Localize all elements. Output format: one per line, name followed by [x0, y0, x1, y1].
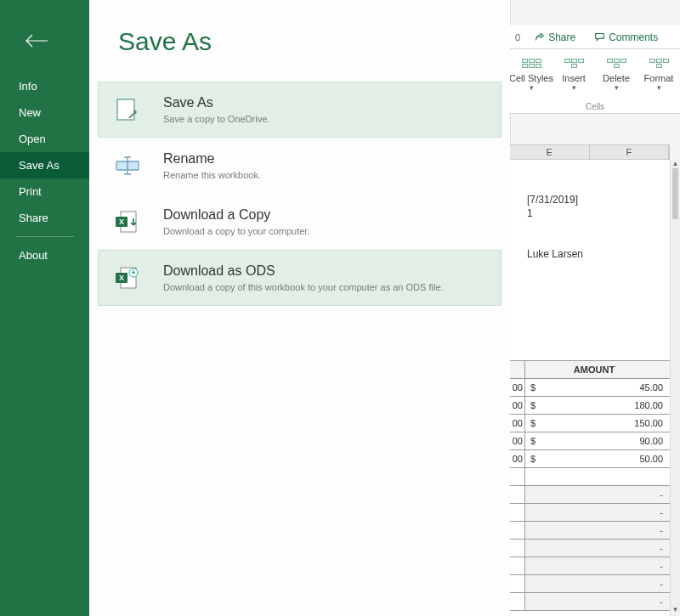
table-row[interactable]: - — [510, 575, 670, 593]
table-row[interactable]: - — [510, 522, 670, 540]
table-row[interactable]: 00$50.00 — [510, 450, 670, 468]
ribbon-group-label: Cells — [510, 102, 680, 111]
option-download[interactable]: XDownload a CopyDownload a copy to your … — [98, 194, 502, 250]
cell-invoice-no[interactable]: 1 — [527, 207, 533, 219]
cell-styles-icon — [519, 54, 543, 71]
scroll-down-icon[interactable]: ▼ — [671, 606, 680, 616]
option-title: Download as ODS — [163, 263, 444, 279]
backstage-main: Save As Save AsSave a copy to OneDrive.R… — [89, 0, 510, 616]
menu-divider — [15, 236, 74, 237]
backstage-menu: InfoNewOpenSave AsPrintShareAbout — [0, 73, 89, 268]
sidebar-item-save-as[interactable]: Save As — [0, 152, 89, 178]
option-save-as[interactable]: Save AsSave a copy to OneDrive. — [98, 82, 502, 138]
table-row[interactable]: 00$180.00 — [510, 397, 670, 415]
column-headers: E F — [510, 144, 670, 160]
svg-text:X: X — [119, 218, 124, 226]
cell-styles-button[interactable]: Cell Styles ▾ — [513, 54, 550, 92]
table-row[interactable]: - — [510, 593, 670, 611]
format-cells-icon — [647, 54, 671, 71]
sidebar-item-new[interactable]: New — [0, 99, 89, 126]
comments-button[interactable]: Comments — [589, 30, 663, 45]
page-title: Save As — [118, 27, 510, 56]
format-button[interactable]: Format ▾ — [640, 54, 677, 92]
excel-download-icon: X — [112, 206, 143, 237]
option-title: Rename — [163, 151, 261, 167]
option-text: Download a CopyDownload a copy to your c… — [163, 207, 309, 236]
column-header-e[interactable]: E — [510, 145, 590, 159]
delete-label: Delete — [603, 73, 630, 83]
comments-label: Comments — [609, 31, 658, 43]
chevron-down-icon: ▾ — [615, 83, 619, 92]
option-rename[interactable]: RenameRename this workbook. — [98, 138, 502, 194]
vertical-scrollbar[interactable]: ▲ ▼ — [670, 160, 680, 616]
chevron-down-icon: ▾ — [572, 83, 576, 92]
chevron-down-icon: ▾ — [657, 83, 661, 92]
table-row[interactable]: 00$150.00 — [510, 415, 670, 432]
option-title: Download a Copy — [163, 207, 309, 223]
insert-label: Insert — [562, 73, 586, 83]
sidebar-item-info[interactable]: Info — [0, 73, 89, 99]
delete-button[interactable]: Delete ▾ — [598, 54, 635, 92]
insert-cells-icon — [562, 54, 586, 71]
ribbon: 0 Share Comments Cell Styles ▾ Insert ▾ … — [510, 25, 680, 114]
table-row[interactable]: - — [510, 557, 670, 575]
option-desc: Save a copy to OneDrive. — [163, 114, 269, 124]
column-header-f[interactable]: F — [590, 145, 670, 159]
share-button[interactable]: Share — [529, 30, 581, 45]
table-row[interactable]: 00$90.00 — [510, 432, 670, 450]
option-text: Download as ODSDownload a copy of this w… — [163, 263, 444, 292]
save-as-icon — [112, 94, 143, 125]
cell-name[interactable]: Luke Larsen — [527, 248, 583, 260]
option-title: Save As — [163, 95, 269, 110]
option-text: RenameRename this workbook. — [163, 151, 261, 180]
insert-button[interactable]: Insert ▾ — [555, 54, 592, 92]
save-as-options: Save AsSave a copy to OneDrive.RenameRen… — [89, 82, 510, 306]
delete-cells-icon — [604, 54, 628, 71]
sidebar-item-open[interactable]: Open — [0, 126, 89, 152]
amount-table: AMOUNT00$45.0000$180.0000$150.0000$90.00… — [510, 360, 670, 611]
option-desc: Download a copy to your computer. — [163, 226, 309, 236]
ribbon-fragment: 0 — [515, 32, 520, 42]
format-label: Format — [644, 73, 674, 83]
cell-styles-label: Cell Styles — [509, 73, 553, 83]
option-desc: Download a copy of this workbook to your… — [163, 282, 444, 292]
table-row[interactable]: 00$45.00 — [510, 379, 670, 397]
scrollbar-thumb[interactable] — [672, 168, 678, 219]
sidebar-item-about[interactable]: About — [0, 242, 89, 268]
rename-icon — [112, 150, 143, 181]
table-row[interactable] — [510, 468, 670, 486]
back-button[interactable] — [24, 32, 49, 49]
share-label: Share — [548, 31, 575, 43]
amount-header: AMOUNT — [525, 361, 670, 378]
cell-date[interactable]: [7/31/2019] — [527, 194, 578, 206]
back-arrow-icon — [24, 32, 49, 49]
comment-icon — [594, 31, 605, 42]
table-row[interactable]: - — [510, 540, 670, 557]
table-row[interactable]: - — [510, 504, 670, 522]
share-icon — [534, 31, 545, 42]
option-text: Save AsSave a copy to OneDrive. — [163, 95, 269, 124]
option-download-ods[interactable]: XDownload as ODSDownload a copy of this … — [98, 250, 502, 306]
svg-text:X: X — [119, 274, 124, 282]
excel-ods-icon: X — [112, 263, 143, 293]
table-row[interactable]: - — [510, 486, 670, 504]
sidebar-item-print[interactable]: Print — [0, 178, 89, 205]
chevron-down-icon: ▾ — [530, 83, 534, 92]
option-desc: Rename this workbook. — [163, 170, 261, 180]
sidebar-item-share[interactable]: Share — [0, 205, 89, 231]
backstage-sidebar: InfoNewOpenSave AsPrintShareAbout — [0, 0, 89, 616]
